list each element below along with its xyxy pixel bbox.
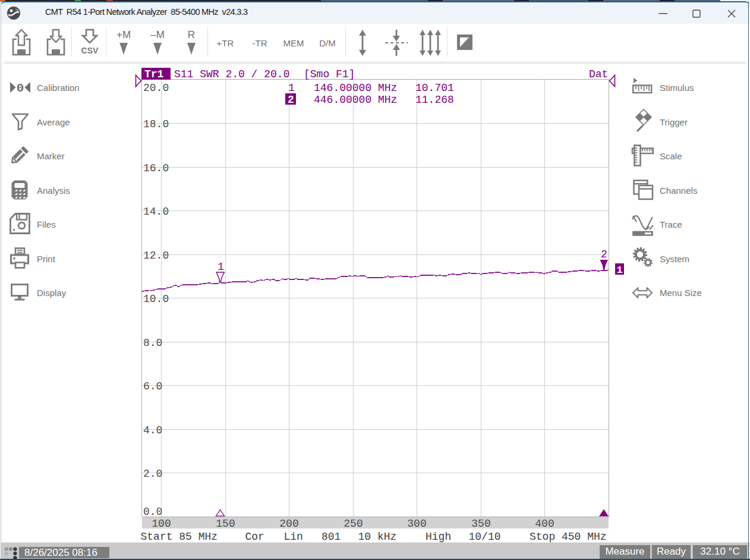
svg-text:446.00000 MHz: 446.00000 MHz <box>314 94 397 106</box>
svg-text:Stop 450 MHz: Stop 450 MHz <box>530 531 607 543</box>
svg-text:1: 1 <box>288 82 295 94</box>
svg-text:Start 85 MHz: Start 85 MHz <box>141 531 218 543</box>
svg-text:300: 300 <box>407 518 426 530</box>
svg-text:11.268: 11.268 <box>415 94 454 106</box>
svg-text:10.701: 10.701 <box>415 82 454 94</box>
svg-text:2.0: 2.0 <box>143 468 162 480</box>
svg-text:Tr1: Tr1 <box>144 68 164 80</box>
svg-text:Cor: Cor <box>245 531 264 543</box>
svg-text:6.0: 6.0 <box>143 380 162 392</box>
svg-text:2: 2 <box>601 248 607 260</box>
svg-text:10 kHz: 10 kHz <box>358 531 397 543</box>
svg-text:200: 200 <box>279 518 298 530</box>
svg-text:350: 350 <box>471 518 490 530</box>
svg-text:10/10: 10/10 <box>469 531 501 543</box>
svg-text:10.0: 10.0 <box>143 293 169 305</box>
svg-text:High: High <box>426 531 451 543</box>
svg-text:0.0: 0.0 <box>143 506 162 518</box>
svg-text:[Smo F1]: [Smo F1] <box>304 68 355 80</box>
svg-text:1: 1 <box>218 261 224 273</box>
svg-text:18.0: 18.0 <box>143 118 169 130</box>
svg-text:801: 801 <box>322 531 341 543</box>
svg-text:12.0: 12.0 <box>143 250 169 262</box>
svg-text:20.0: 20.0 <box>143 82 169 94</box>
svg-text:150: 150 <box>216 518 235 530</box>
svg-text:S11 SWR 2.0 / 20.0: S11 SWR 2.0 / 20.0 <box>174 68 289 80</box>
svg-text:250: 250 <box>344 518 363 530</box>
svg-text:2: 2 <box>288 94 294 106</box>
svg-text:146.00000 MHz: 146.00000 MHz <box>314 82 397 94</box>
svg-text:14.0: 14.0 <box>143 206 169 218</box>
svg-text:1: 1 <box>617 265 623 276</box>
svg-text:100: 100 <box>152 518 171 530</box>
svg-text:8.0: 8.0 <box>143 337 162 349</box>
svg-text:4.0: 4.0 <box>143 424 162 436</box>
svg-text:Lin: Lin <box>284 531 303 543</box>
svg-text:16.0: 16.0 <box>143 162 169 174</box>
svg-text:400: 400 <box>535 518 554 530</box>
svg-text:Dat: Dat <box>589 68 608 80</box>
